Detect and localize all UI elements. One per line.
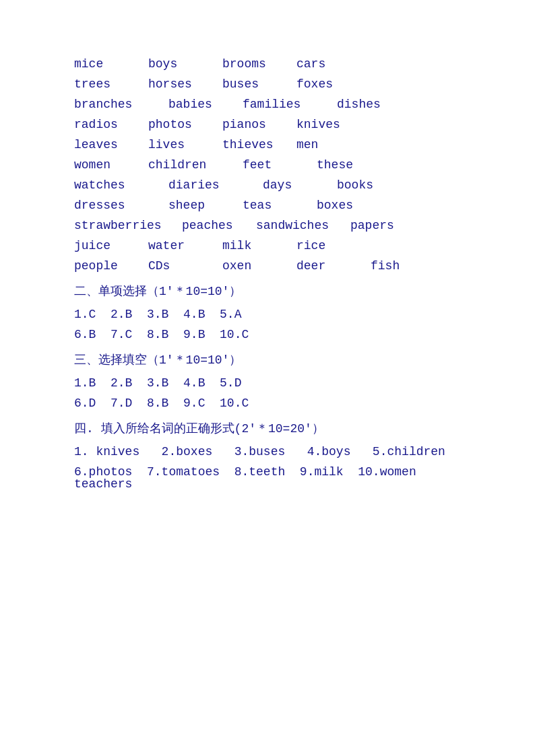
word-row-10: juice water milk rice xyxy=(74,236,468,256)
word-cars: cars xyxy=(296,58,371,70)
word-dishes: dishes xyxy=(337,98,411,110)
word-children: children xyxy=(148,159,243,171)
word-brooms: brooms xyxy=(222,58,296,70)
word-thieves: thieves xyxy=(222,139,296,151)
word-babies: babies xyxy=(168,98,243,110)
word-papers: papers xyxy=(350,219,424,232)
word-boxes: boxes xyxy=(317,199,391,211)
word-these: these xyxy=(317,159,391,171)
word-peaches: peaches xyxy=(182,219,256,232)
word-women: women xyxy=(74,159,148,171)
word-row-1: mice boys brooms cars xyxy=(74,54,468,74)
word-people: people xyxy=(74,260,148,272)
word-diaries: diaries xyxy=(168,179,263,191)
word-row-9: strawberries peaches sandwiches papers xyxy=(74,215,468,236)
word-row-11: people CDs oxen deer fish xyxy=(74,256,468,276)
word-fish: fish xyxy=(371,260,445,272)
section4-row1: 1. knives 2.boxes 3.buses 4.boys 5.child… xyxy=(74,442,468,462)
word-foxes: foxes xyxy=(296,78,371,90)
section4-title: 四. 填入所给名词的正确形式(2'＊10=20'） xyxy=(74,419,468,439)
word-row-8: dresses sheep teas boxes xyxy=(74,195,468,215)
word-sandwiches: sandwiches xyxy=(256,219,350,232)
word-mice: mice xyxy=(74,58,148,70)
word-juice: juice xyxy=(74,240,148,252)
word-row-6: women children feet these xyxy=(74,155,468,175)
word-families: families xyxy=(243,98,337,110)
section2-row2: 6.B 7.C 8.B 9.B 10.C xyxy=(74,324,468,345)
section4-row2: 6.photos 7.tomatoes 8.teeth 9.milk 10.wo… xyxy=(74,462,468,494)
word-row-5: leaves lives thieves men xyxy=(74,135,468,155)
word-books: books xyxy=(337,179,411,191)
section3-row2: 6.D 7.D 8.B 9.C 10.C xyxy=(74,393,468,413)
word-boys: boys xyxy=(148,58,222,70)
word-watches: watches xyxy=(74,179,168,191)
word-knives: knives xyxy=(296,118,371,131)
word-teas: teas xyxy=(243,199,317,211)
word-leaves: leaves xyxy=(74,139,148,151)
section2-title: 二、单项选择（1'＊10=10'） xyxy=(74,281,468,302)
word-strawberries: strawberries xyxy=(74,219,182,232)
word-pianos: pianos xyxy=(222,118,296,131)
word-cds: CDs xyxy=(148,260,222,272)
word-branches: branches xyxy=(74,98,168,110)
word-milk: milk xyxy=(222,240,296,252)
word-radios: radios xyxy=(74,118,148,131)
word-rice: rice xyxy=(296,240,371,252)
section2-row1: 1.C 2.B 3.B 4.B 5.A xyxy=(74,304,468,324)
word-days: days xyxy=(263,179,337,191)
word-oxen: oxen xyxy=(222,260,296,272)
word-trees: trees xyxy=(74,78,148,90)
word-row-3: branches babies families dishes xyxy=(74,94,468,114)
section3-row1: 1.B 2.B 3.B 4.B 5.D xyxy=(74,373,468,393)
word-deer: deer xyxy=(296,260,371,272)
word-men: men xyxy=(296,139,371,151)
word-horses: horses xyxy=(148,78,222,90)
section3-title: 三、选择填空（1'＊10=10'） xyxy=(74,350,468,370)
word-feet: feet xyxy=(243,159,317,171)
word-row-4: radios photos pianos knives xyxy=(74,114,468,135)
word-photos: photos xyxy=(148,118,222,131)
word-buses: buses xyxy=(222,78,296,90)
word-sheep: sheep xyxy=(168,199,243,211)
word-row-2: trees horses buses foxes xyxy=(74,74,468,94)
word-water: water xyxy=(148,240,222,252)
word-lives: lives xyxy=(148,139,222,151)
word-list: mice boys brooms cars trees horses buses… xyxy=(74,54,468,276)
word-dresses: dresses xyxy=(74,199,168,211)
word-row-7: watches diaries days books xyxy=(74,175,468,195)
